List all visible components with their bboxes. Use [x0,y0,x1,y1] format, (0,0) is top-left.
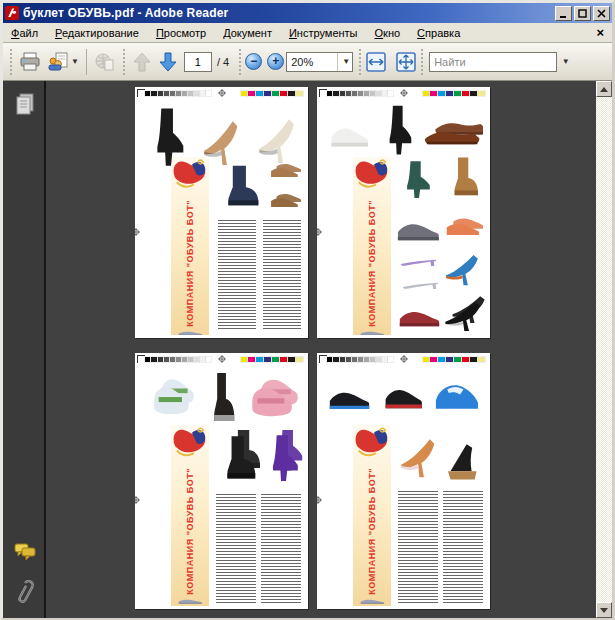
crop-mark [137,89,145,97]
white-hi-top-sneaker [329,107,371,155]
banner-graphic [171,425,209,469]
banner-shoe-collage [171,595,209,606]
navigation-sidebar [3,81,46,618]
search-input[interactable] [429,52,557,72]
banner-shoe-collage [353,327,391,336]
share-document-icon [47,52,69,72]
page-number-input[interactable] [184,52,212,72]
menu-item-6[interactable]: Справка [417,27,460,39]
text-column-2 [443,491,483,604]
email-share-button[interactable]: ▼ [44,48,82,76]
previous-page-button[interactable] [129,48,155,76]
arrow-down-icon [158,51,178,73]
vertical-scrollbar[interactable] [596,81,612,618]
zoom-out-button[interactable]: − [245,53,262,70]
pdf-page-3[interactable]: КОМПАНИЯ "ОБУВЬ БОТ" [135,353,308,609]
pages-panel-button[interactable] [13,92,37,118]
brown-shoes-lower [268,185,301,213]
pdf-page-1[interactable]: КОМПАНИЯ "ОБУВЬ БОТ" [135,87,308,338]
text-column-1 [398,491,438,604]
menu-item-5[interactable]: Окно [375,27,401,39]
scroll-up-button[interactable] [596,81,612,97]
toolbar-grip [419,49,425,75]
banner-company-text: КОМПАНИЯ "ОБУВЬ БОТ" [367,468,377,595]
close-button[interactable] [593,6,610,21]
adobe-reader-window: буклет ОБУВЬ.pdf - Adobe Reader ФайлРеда… [0,0,615,620]
zoom-level-select[interactable]: 20% ▼ [286,52,353,72]
next-page-button[interactable] [155,48,181,76]
company-banner: КОМПАНИЯ "ОБУВЬ БОТ" [171,157,209,335]
collaborate-button-disabled[interactable] [91,48,119,76]
registration-mark [400,89,408,97]
attachments-panel-button[interactable] [13,577,37,603]
banner-shoe-collage [171,327,209,336]
black-heels-pair [442,293,485,336]
toolbar-grip [237,49,243,75]
pdf-canvas: КОМПАНИЯ "ОБУВЬ БОТ"КОМПАНИЯ "ОБУВЬ БОТ"… [46,81,596,618]
pdf-page-2[interactable]: КОМПАНИЯ "ОБУВЬ БОТ" [317,87,490,338]
color-calibration-bar [423,91,485,96]
lilac-sandal [398,250,440,270]
grayscale-calibration-bar [327,91,393,96]
zoom-dropdown-caret[interactable]: ▼ [337,53,352,71]
menu-item-4[interactable]: Инструменты [289,27,358,39]
crop-mark [319,89,327,97]
gray-hi-top-sneaker [395,205,442,248]
text-column-2 [261,494,301,604]
baby-booties [147,371,194,425]
menu-item-0[interactable]: Файл [11,27,38,39]
company-banner: КОМПАНИЯ "ОБУВЬ БОТ" [353,157,391,335]
page-count-label: / 4 [217,56,229,68]
company-banner: КОМПАНИЯ "ОБУВЬ БОТ" [171,425,209,607]
green-heel-boot [398,157,434,202]
document-close-button[interactable]: × [596,24,604,41]
banner-silver-skate [177,595,204,606]
scroll-down-button[interactable] [596,602,612,618]
arrow-up-icon [132,51,152,73]
banner-silver-skate [177,327,204,336]
comments-icon [13,542,37,562]
close-icon [597,9,606,18]
purple-heel-boots [263,430,303,486]
search-dropdown-button[interactable]: ▼ [557,52,572,72]
registration-mark [400,355,408,363]
registration-mark [132,496,140,504]
page-total: 4 [223,56,229,68]
fit-page-button[interactable] [395,51,417,73]
orange-clear-heel [398,427,440,483]
triangle-up-icon [600,87,608,92]
share-dropdown-caret: ▼ [71,57,79,66]
comments-panel-button[interactable] [13,540,37,566]
page-separator: / [217,56,220,68]
menu-item-3[interactable]: Документ [223,27,272,39]
menu-item-2[interactable]: Просмотр [156,27,206,39]
kids-winter-boot [206,366,237,430]
minimize-button[interactable] [555,6,572,21]
toolbar-grip [357,49,363,75]
caret-down-icon: ▼ [562,57,570,66]
title-bar: буклет ОБУВЬ.pdf - Adobe Reader [3,3,612,23]
maroon-sneaker [397,295,442,333]
color-calibration-bar [241,91,303,96]
text-column-1 [218,220,256,330]
text-column-2 [263,220,301,330]
zoom-in-button[interactable]: + [267,53,284,70]
black-boots-pair [216,430,259,486]
banner-silver-skate [359,595,386,606]
blue-aqua-shoe [431,366,483,420]
toolbar-separator [86,49,87,75]
registration-mark [314,228,322,236]
maximize-button[interactable] [574,6,591,21]
registration-mark [218,89,226,97]
printer-icon [19,52,41,72]
camel-tall-boot [445,152,481,202]
tie-dye-shoes [443,207,483,242]
print-button[interactable] [16,48,44,76]
fit-page-icon [396,52,416,72]
zoom-level-value: 20% [287,56,337,68]
banner-silver-skate [359,327,386,336]
pdf-page-4[interactable]: КОМПАНИЯ "ОБУВЬ БОТ" [317,353,490,609]
company-banner: КОМПАНИЯ "ОБУВЬ БОТ" [353,425,391,607]
fit-width-button[interactable] [365,51,387,73]
menu-item-1[interactable]: Редактирование [55,27,139,39]
